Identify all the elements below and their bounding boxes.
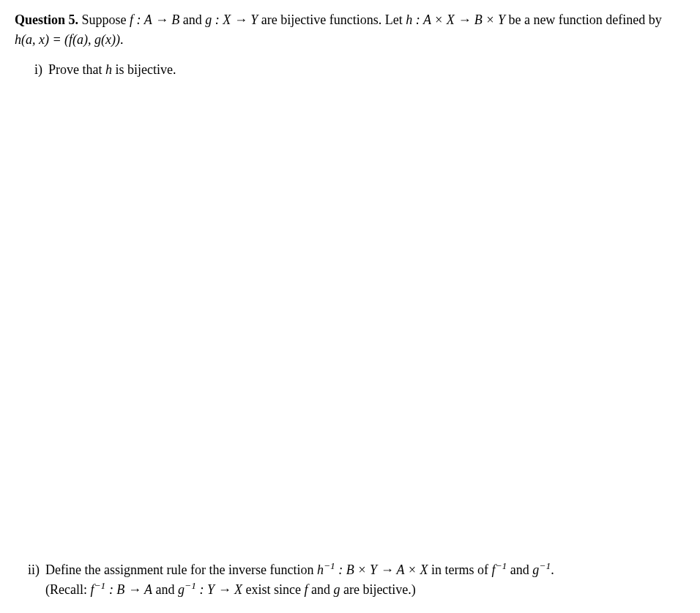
math-var: h (317, 562, 324, 577)
math-var: g (532, 562, 539, 577)
question-body: Suppose f : A → B and g : X → Y are bije… (15, 12, 662, 47)
part-ii: ii) Define the assignment rule for the i… (19, 560, 685, 600)
text: (Recall: (45, 582, 90, 597)
math-hinv: h−1 : B × Y → A × X (317, 562, 428, 577)
text: Prove that (48, 62, 105, 77)
math-hdef: h(a, x) = (f(a), g(x)) (15, 32, 120, 47)
math-finv2: f−1 : B → A (90, 582, 152, 597)
question-header: Question 5. Suppose f : A → B and g : X … (15, 10, 685, 50)
part-i-content: Prove that h is bijective. (48, 60, 685, 80)
parts-list: i) Prove that h is bijective. (22, 60, 685, 80)
text: and (308, 582, 333, 597)
text: Suppose (82, 12, 130, 27)
math-f: f : A → B (130, 12, 179, 27)
text: are bijective functions. Let (258, 12, 406, 27)
math-ginv: g−1 (532, 562, 551, 577)
math-ginv2: g−1 : Y → X (178, 582, 242, 597)
part-ii-line2: (Recall: f−1 : B → A and g−1 : Y → X exi… (45, 580, 685, 600)
part-ii-content: Define the assignment rule for the inver… (45, 560, 685, 600)
math-sup: −1 (94, 580, 106, 591)
math-sup: −1 (495, 560, 507, 571)
text: and (179, 12, 205, 27)
math-h: h (105, 62, 112, 77)
question-number: Question 5. (15, 12, 78, 27)
text: and (152, 582, 178, 597)
part-ii-line1: Define the assignment rule for the inver… (45, 560, 685, 580)
text: . (120, 32, 124, 47)
text: . (551, 562, 554, 577)
math-sup: −1 (185, 580, 196, 591)
math-sup: −1 (324, 560, 335, 571)
text: Define the assignment rule for the inver… (45, 562, 317, 577)
part-i: i) Prove that h is bijective. (22, 60, 685, 80)
math-h: h : A × X → B × Y (406, 12, 505, 27)
math-map: : Y → X (196, 582, 242, 597)
part-ii-label: ii) (19, 560, 40, 580)
text: and (507, 562, 532, 577)
text: is bijective. (112, 62, 176, 77)
text: be a new function defined by (505, 12, 662, 27)
math-var: g (178, 582, 185, 597)
math-g: g : X → Y (205, 12, 258, 27)
text: in terms of (428, 562, 491, 577)
text: are bijective.) (340, 582, 415, 597)
math-sup: −1 (539, 560, 551, 571)
part-ii-item: ii) Define the assignment rule for the i… (19, 560, 685, 600)
text: exist since (242, 582, 304, 597)
math-finv: f−1 (491, 562, 507, 577)
math-map: : B → A (105, 582, 152, 597)
part-i-label: i) (22, 60, 42, 80)
math-map: : B × Y → A × X (335, 562, 428, 577)
